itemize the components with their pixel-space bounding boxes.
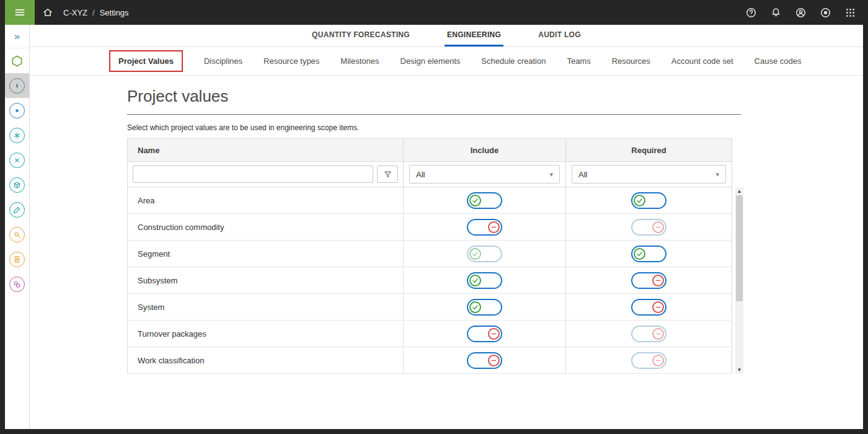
required-toggle[interactable] [631,219,666,236]
breadcrumb-page[interactable]: Settings [100,8,129,17]
table-row: Turnover packages [128,321,732,347]
toggle-state-icon [652,301,664,313]
breadcrumb-separator: / [92,8,95,17]
account-button[interactable] [791,3,810,22]
toggle-state-icon [652,355,664,366]
apps-grid-button[interactable] [841,3,859,22]
shapes-icon [13,280,21,288]
table-scrollbar[interactable]: ▲ ▼ [735,187,743,374]
table-row: Work classification [128,347,732,374]
row-name: Work classification [138,356,204,365]
topbar: C-XYZ / Settings [5,0,863,25]
subtab-account-code-set[interactable]: Account code set [671,56,733,66]
subtab-schedule-creation[interactable]: Schedule creation [481,56,546,66]
required-filter-dropdown[interactable]: All ▾ [572,165,726,184]
required-toggle[interactable] [631,192,666,209]
include-toggle[interactable] [467,192,502,209]
title-divider [127,114,741,115]
name-filter-input[interactable] [133,166,373,183]
column-header-name: Name [128,139,404,162]
toggle-state-icon [652,275,664,286]
account-icon [795,7,807,19]
asterisk-icon [13,131,21,140]
logo-button[interactable] [816,3,835,22]
required-toggle[interactable] [631,299,666,316]
sidebar-item-target[interactable] [5,98,29,123]
toggle-state-icon [634,195,645,206]
required-toggle[interactable] [631,246,666,262]
target-icon [13,107,21,115]
filter-button[interactable] [377,166,398,183]
subtab-cause-codes[interactable]: Cause codes [755,56,802,66]
toggle-state-icon [652,221,664,233]
scrollbar-down-arrow[interactable]: ▼ [735,366,743,374]
window-frame: C-XYZ / Settings » QUANTITY FORECASTINGE… [0,0,868,434]
sidebar-item-pen[interactable] [5,197,29,222]
include-filter-value: All [416,170,425,179]
page-description: Select which project values are to be us… [127,123,863,132]
notifications-bell-button[interactable] [766,3,785,22]
sidebar-item-compass[interactable] [5,73,29,98]
project-values-page: Project values Select which project valu… [30,76,863,429]
main-menu-button[interactable] [5,0,35,25]
toggle-state-icon [652,328,664,340]
document-icon [13,255,21,264]
tab-engineering[interactable]: ENGINEERING [445,25,503,46]
subtab-milestones[interactable]: Milestones [340,56,379,66]
subtab-resources[interactable]: Resources [612,56,650,66]
home-button[interactable] [35,0,61,25]
notifications-bell-icon [770,7,782,19]
toggle-state-icon [634,248,645,260]
magnifier-icon [13,231,21,239]
chevron-down-icon: ▾ [715,170,719,179]
sidebar-item-shapes[interactable] [5,272,29,296]
column-header-include: Include [404,139,566,162]
include-toggle[interactable] [467,326,502,342]
include-toggle[interactable] [467,299,502,316]
toggle-state-icon [469,195,481,206]
toggle-state-icon [488,328,500,340]
toggle-state-icon [488,221,500,233]
include-filter-dropdown[interactable]: All ▾ [409,165,560,184]
project-values-table-wrap: Name Include Required [127,138,732,374]
row-name: Turnover packages [138,329,206,339]
required-toggle[interactable] [631,352,666,369]
compass-icon [13,82,21,90]
toggle-state-icon [469,248,481,260]
scrollbar-up-arrow[interactable]: ▲ [735,187,743,195]
funnel-icon [383,170,392,179]
scrollbar-thumb[interactable] [736,195,743,301]
sidebar-item-hexagon[interactable] [5,48,29,73]
sidebar-item-magnifier[interactable] [5,222,29,247]
include-toggle[interactable] [467,272,502,289]
row-name: Construction commodity [138,223,224,232]
sidebar-item-cube[interactable] [5,172,29,197]
sidebar-item-asterisk[interactable] [5,123,29,148]
required-toggle[interactable] [631,272,666,289]
table-row: Area [128,187,732,214]
breadcrumb-project[interactable]: C-XYZ [63,8,87,17]
topbar-actions [742,3,863,22]
sidebar-expand-button[interactable]: » [5,25,29,48]
include-toggle[interactable] [467,246,502,262]
hamburger-icon [14,6,26,19]
hexagon-icon [11,55,24,68]
home-icon [42,7,53,18]
required-toggle[interactable] [631,326,666,342]
tab-quantity-forecasting[interactable]: QUANTITY FORECASTING [309,25,412,46]
sidebar-item-cross[interactable] [5,148,29,172]
subtab-project-values[interactable]: Project Values [109,50,183,72]
subtab-teams[interactable]: Teams [567,56,590,66]
include-toggle[interactable] [467,352,502,369]
tab-audit-log[interactable]: AUDIT LOG [536,25,583,46]
subtab-design-elements[interactable]: Design elements [401,56,461,66]
sidebar-item-document[interactable] [5,247,29,272]
subtab-resource-types[interactable]: Resource types [264,56,319,66]
row-name: Area [138,196,154,205]
include-toggle[interactable] [467,219,502,236]
help-button[interactable] [742,3,760,22]
subtab-disciplines[interactable]: Disciplines [204,56,242,66]
cube-icon [13,181,21,189]
scrollbar-track[interactable] [735,195,743,366]
breadcrumb: C-XYZ / Settings [63,8,129,17]
